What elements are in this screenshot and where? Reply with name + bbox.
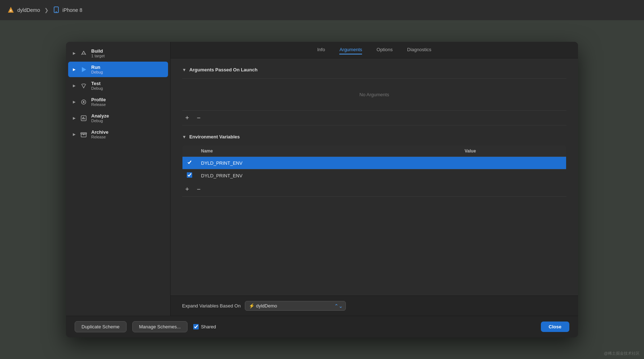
env-row-checkbox-cell — [182, 169, 197, 182]
content-footer: Expand Variables Based On ⚡ dyldDemo ⌃⌄ — [171, 296, 578, 316]
no-args-text: No Arguments — [360, 92, 389, 97]
no-args-area: No Arguments — [182, 78, 566, 111]
collapse-triangle-env[interactable]: ▼ — [182, 134, 186, 139]
env-row-name-0: DYLD_PRINT_ENV — [197, 157, 460, 169]
watermark: @稀土掘金技术社区 — [604, 351, 640, 356]
arrow-icon-build: ▶ — [72, 52, 76, 55]
env-row-checkbox-0[interactable] — [187, 160, 192, 165]
archive-icon — [80, 130, 88, 138]
close-button[interactable]: Close — [541, 322, 569, 332]
env-row-checkbox-cell — [182, 157, 197, 169]
env-row-value-1 — [460, 169, 566, 182]
archive-sub: Release — [91, 135, 109, 139]
arrow-icon-archive: ▶ — [72, 133, 76, 136]
main-content: ▼ Arguments Passed On Launch No Argument… — [171, 58, 578, 296]
tab-info[interactable]: Info — [317, 45, 325, 54]
analyze-icon — [80, 114, 88, 122]
archive-label: Archive — [91, 129, 109, 135]
profile-sub: Release — [91, 102, 106, 107]
env-remove-button[interactable]: − — [194, 185, 204, 194]
col-name: Name — [197, 146, 460, 157]
build-icon — [80, 49, 88, 57]
xcode-icon: X — [7, 6, 14, 14]
profile-label: Profile — [91, 97, 106, 102]
expand-variables-select-wrapper: ⚡ dyldDemo ⌃⌄ — [245, 301, 346, 311]
collapse-triangle-args[interactable]: ▼ — [182, 67, 186, 72]
arguments-section: ▼ Arguments Passed On Launch No Argument… — [182, 67, 566, 125]
dialog-inner: ▶ Build 1 target ▶ — [66, 42, 578, 316]
arrow-icon-analyze: ▶ — [72, 116, 76, 120]
top-bar: X dyldDemo ❯ iPhone 8 — [0, 0, 644, 20]
arrow-icon-test: ▶ — [72, 84, 76, 88]
profile-icon — [80, 98, 88, 106]
duplicate-scheme-button[interactable]: Duplicate Scheme — [75, 321, 127, 332]
expand-variables-label: Expand Variables Based On — [182, 303, 241, 309]
env-table-row[interactable]: DYLD_PRINT_ENV — [182, 157, 566, 169]
scheme-dialog: ▶ Build 1 target ▶ — [66, 42, 578, 337]
test-label: Test — [91, 81, 103, 86]
tab-diagnostics[interactable]: Diagnostics — [407, 45, 431, 54]
env-row-name-1: DYLD_PRINT_ENV — [197, 169, 460, 182]
shared-label: Shared — [193, 324, 216, 329]
arrow-icon-run: ▶ — [72, 68, 76, 71]
svg-rect-13 — [81, 133, 87, 134]
col-value: Value — [460, 146, 566, 157]
shared-text: Shared — [201, 324, 216, 329]
analyze-label: Analyze — [91, 113, 109, 119]
project-name: dyldDemo — [17, 7, 40, 13]
run-icon — [80, 66, 88, 74]
tab-arguments[interactable]: Arguments — [339, 45, 362, 54]
shared-checkbox[interactable] — [193, 324, 199, 329]
build-label: Build — [91, 48, 105, 54]
env-table: Name Value DYLD_PRINT_ENV DYLD_PRINT_ENV — [182, 145, 566, 182]
device-name: iPhone 8 — [62, 7, 82, 13]
sidebar-item-archive[interactable]: ▶ Archive Release — [68, 127, 168, 142]
dialog-bottom-bar: Duplicate Scheme Manage Schemes... Share… — [66, 316, 578, 337]
args-add-button[interactable]: + — [182, 114, 192, 122]
tab-bar: Info Arguments Options Diagnostics — [171, 42, 578, 58]
env-row-checkbox-1[interactable] — [187, 172, 192, 178]
test-icon — [80, 82, 88, 90]
sidebar: ▶ Build 1 target ▶ — [66, 42, 171, 316]
arrow-icon-profile: ▶ — [72, 100, 76, 104]
expand-variables-select[interactable]: ⚡ dyldDemo — [245, 301, 346, 311]
svg-marker-5 — [82, 67, 86, 72]
arguments-section-title: Arguments Passed On Launch — [189, 67, 257, 72]
manage-schemes-button[interactable]: Manage Schemes... — [132, 321, 188, 332]
args-remove-button[interactable]: − — [194, 114, 204, 122]
dialog-wrapper: ▶ Build 1 target ▶ — [0, 20, 644, 359]
run-sub: Debug — [91, 70, 103, 74]
env-section-title: Environment Variables — [189, 134, 240, 139]
sidebar-item-test[interactable]: ▶ Test Debug — [68, 78, 168, 93]
svg-rect-3 — [56, 12, 57, 12]
sidebar-item-run[interactable]: ▶ Run Debug — [68, 62, 168, 77]
build-sub: 1 target — [91, 54, 105, 58]
test-sub: Debug — [91, 86, 103, 90]
sidebar-item-analyze[interactable]: ▶ Analyze Debug — [68, 110, 168, 126]
device-icon — [53, 6, 59, 14]
sidebar-item-profile[interactable]: ▶ Profile Release — [68, 94, 168, 110]
arguments-section-header: ▼ Arguments Passed On Launch — [182, 67, 566, 72]
svg-text:X: X — [10, 9, 12, 12]
env-section-header: ▼ Environment Variables — [182, 134, 566, 139]
run-label: Run — [91, 65, 103, 70]
sidebar-item-build[interactable]: ▶ Build 1 target — [68, 45, 168, 61]
env-add-remove-bar: + − — [182, 182, 566, 197]
analyze-sub: Debug — [91, 119, 109, 123]
col-checkbox — [182, 146, 197, 157]
content-area: Info Arguments Options Diagnostics ▼ Arg… — [171, 42, 578, 316]
env-add-button[interactable]: + — [182, 185, 192, 194]
breadcrumb-sep: ❯ — [44, 7, 49, 13]
tab-options[interactable]: Options — [376, 45, 393, 54]
env-table-row[interactable]: DYLD_PRINT_ENV — [182, 169, 566, 182]
env-row-value-0 — [460, 157, 566, 169]
env-section: ▼ Environment Variables Name Value — [182, 134, 566, 197]
args-add-remove-bar: + − — [182, 111, 566, 125]
